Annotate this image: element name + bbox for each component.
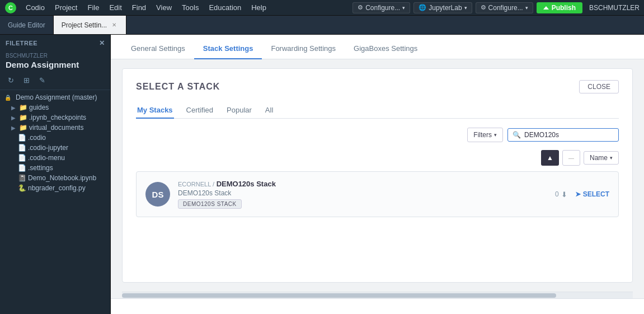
app-logo[interactable]: C <box>4 2 17 14</box>
image-icon[interactable]: ⊞ <box>21 75 31 85</box>
tree-item-root[interactable]: 🔒 Demo Assignment (master) <box>0 92 110 102</box>
sidebar-user: BSCHMUTZLER <box>0 49 110 59</box>
search-input[interactable] <box>524 131 614 139</box>
file-codio-jupyter-icon: 📄 <box>18 144 26 152</box>
globe-icon: 🌐 <box>419 4 426 11</box>
tree-item-ipynb[interactable]: ▶ 📁 .ipynb_checkpoints <box>0 113 110 123</box>
chevron-virtual-icon: ▶ <box>11 125 17 131</box>
lock-icon: 🔒 <box>4 95 11 101</box>
tree-item-notebook[interactable]: 📓 Demo_Notebook.ipynb <box>0 173 110 183</box>
stack-panel-header: SELECT A STACK CLOSE <box>136 80 619 93</box>
menu-education[interactable]: Education <box>204 2 246 13</box>
tree-item-nbgrader[interactable]: 🐍 nbgrader_config.py <box>0 183 110 193</box>
menu-file[interactable]: File <box>83 2 104 13</box>
bottom-bar <box>111 298 644 314</box>
tree-item-codio-jupyter[interactable]: 📄 .codio-jupyter <box>0 143 110 153</box>
horizontal-scrollbar[interactable] <box>122 292 633 298</box>
tree-item-codio-menu[interactable]: 📄 .codio-menu <box>0 153 110 163</box>
tab-project-settings[interactable]: Project Settin... ✕ <box>54 16 126 34</box>
tab-general-settings[interactable]: General Settings <box>122 39 194 59</box>
filters-button[interactable]: Filters ▾ <box>467 128 503 142</box>
sidebar-header: Filetree ✕ <box>0 35 110 49</box>
settings-tabs: General Settings Stack Settings Forwardi… <box>111 35 644 59</box>
chevron-down-icon-1: ▾ <box>402 5 405 11</box>
filters-chevron-icon: ▾ <box>494 132 497 138</box>
tree-item-codio[interactable]: 📄 .codio <box>0 133 110 143</box>
select-arrow-icon: ➤ <box>575 190 581 198</box>
main-layout: Filetree ✕ BSCHMUTZLER Demo Assignment ↻… <box>0 35 644 314</box>
content-area: General Settings Stack Settings Forwardi… <box>111 35 644 314</box>
tree-item-notebook-label: Demo_Notebook.ipynb <box>28 174 106 182</box>
sidebar-title-row: Filetree ✕ <box>6 39 105 47</box>
tab-stack-settings[interactable]: Stack Settings <box>194 39 262 59</box>
refresh-icon[interactable]: ↻ <box>6 75 16 85</box>
stack-tab-all[interactable]: All <box>264 102 274 119</box>
stack-org-name: ECORNELL / DEMO120s Stack <box>178 180 547 188</box>
configure-button-2[interactable]: ⚙ Configure... ▾ <box>476 2 533 13</box>
stack-avatar: DS <box>145 182 170 207</box>
menu-tools[interactable]: Tools <box>177 2 203 13</box>
menu-find[interactable]: Find <box>128 2 151 13</box>
chevron-down-icon-3: ▾ <box>525 5 528 11</box>
tab-project-settings-label: Project Settin... <box>62 21 107 29</box>
tab-close-icon[interactable]: ✕ <box>110 21 118 29</box>
file-codio-icon: 📄 <box>18 134 26 142</box>
tree-item-virtual-label: virtual_documents <box>29 124 106 132</box>
stack-name: DEMO120s Stack <box>217 180 276 188</box>
folder-ipynb-icon: 📁 <box>19 114 27 121</box>
stack-info: ECORNELL / DEMO120s Stack DEMO120s Stack… <box>178 180 547 209</box>
tab-guide-editor-label: Guide Editor <box>8 21 45 29</box>
stack-tag: DEMO120S STACK <box>178 199 242 209</box>
stack-org: ECORNELL / <box>178 181 214 188</box>
tab-guide-editor[interactable]: Guide Editor <box>0 16 54 34</box>
sort-up-icon: ▲ <box>547 154 553 162</box>
menu-project[interactable]: Project <box>50 2 82 13</box>
configure-icon-2: ⚙ <box>481 4 486 11</box>
file-codio-menu-icon: 📄 <box>18 154 26 162</box>
sort-descending-button[interactable]: — <box>562 150 580 166</box>
select-stack-button[interactable]: ➤ SELECT <box>575 190 609 198</box>
tree-item-guides[interactable]: ▶ 📁 guides <box>0 102 110 113</box>
chevron-guides-icon: ▶ <box>11 105 17 111</box>
menu-edit[interactable]: Edit <box>105 2 126 13</box>
name-sort-label: Name <box>590 154 608 162</box>
sort-ascending-button[interactable]: ▲ <box>541 150 559 166</box>
stack-card: DS ECORNELL / DEMO120s Stack DEMO120s St… <box>136 171 619 217</box>
close-button[interactable]: CLOSE <box>579 80 619 93</box>
tree-item-settings[interactable]: 📄 .settings <box>0 163 110 173</box>
stack-count: 0 <box>555 190 559 198</box>
configure-button-1[interactable]: ⚙ Configure... ▾ <box>352 2 410 13</box>
download-icon: ⬇ <box>561 190 567 199</box>
tree-item-root-label: Demo Assignment (master) <box>16 93 106 101</box>
folder-guides-icon: 📁 <box>19 104 27 111</box>
filter-row: Filters ▾ 🔍 <box>136 128 619 142</box>
menu-codio[interactable]: Codio <box>21 2 49 13</box>
publish-arrow-icon <box>543 6 549 10</box>
sidebar-project: Demo Assignment <box>0 59 110 73</box>
username-display: BSCHMUTZLER <box>589 4 640 12</box>
tree-item-settings-label: .settings <box>28 164 106 172</box>
chevron-down-icon-2: ▾ <box>464 5 467 11</box>
tree-item-nbgrader-label: nbgrader_config.py <box>28 184 106 192</box>
edit-icon[interactable]: ✎ <box>37 75 47 85</box>
name-sort-dropdown[interactable]: Name ▾ <box>584 151 619 165</box>
sort-down-icon: — <box>568 155 574 161</box>
search-input-wrap[interactable]: 🔍 <box>507 128 619 142</box>
sidebar-close-icon[interactable]: ✕ <box>99 39 105 47</box>
stack-tab-my-stacks[interactable]: My Stacks <box>136 102 174 119</box>
tab-gigaboxes-settings[interactable]: GigaBoxes Settings <box>345 39 426 59</box>
stack-sub-tabs: My Stacks Certified Popular All <box>136 102 619 119</box>
tree-item-codio-jupyter-label: .codio-jupyter <box>28 144 106 152</box>
menu-view[interactable]: View <box>152 2 176 13</box>
stack-panel: SELECT A STACK CLOSE My Stacks Certified… <box>122 68 633 283</box>
file-notebook-icon: 📓 <box>18 174 26 182</box>
jupyterlab-button[interactable]: 🌐 JupyterLab ▾ <box>413 2 472 13</box>
tab-forwarding-settings[interactable]: Forwarding Settings <box>262 39 345 59</box>
publish-button[interactable]: Publish <box>537 2 582 13</box>
tree-item-virtual[interactable]: ▶ 📁 virtual_documents <box>0 123 110 133</box>
file-py-icon: 🐍 <box>18 184 26 192</box>
menu-help[interactable]: Help <box>247 2 271 13</box>
stack-tab-certified[interactable]: Certified <box>185 102 214 119</box>
stack-tab-popular[interactable]: Popular <box>225 102 253 119</box>
svg-text:C: C <box>8 4 13 11</box>
